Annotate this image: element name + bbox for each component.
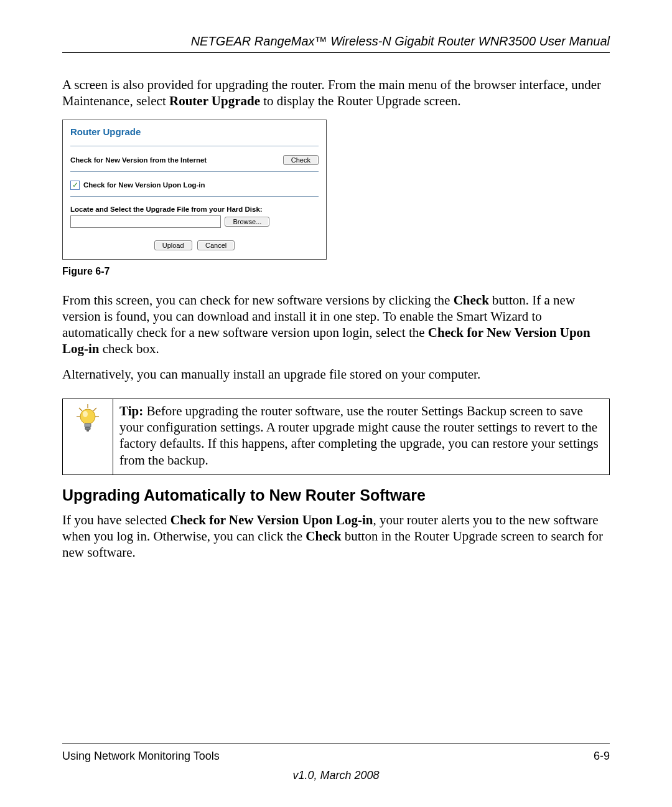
upload-button[interactable]: Upload — [154, 240, 192, 250]
bold-router-upgrade: Router Upgrade — [169, 93, 260, 108]
bold-check: Check — [454, 293, 489, 308]
text: to display the Router Upgrade screen. — [260, 93, 461, 108]
footer-page-number: 6-9 — [594, 750, 610, 763]
svg-rect-8 — [85, 427, 90, 430]
footer-section-name: Using Network Monitoring Tools — [62, 750, 220, 763]
svg-line-1 — [79, 408, 82, 411]
svg-line-2 — [93, 408, 96, 411]
panel-separator — [70, 171, 319, 172]
text: If you have selected — [62, 512, 170, 527]
alt-paragraph: Alternatively, you can manually install … — [62, 366, 610, 382]
footer-version: v1.0, March 2008 — [62, 769, 610, 782]
page-header-title: NETGEAR RangeMax™ Wireless-N Gigabit Rou… — [62, 34, 610, 49]
footer-rule — [62, 743, 610, 743]
check-version-label: Check for New Version from the Internet — [70, 156, 207, 164]
text: From this screen, you can check for new … — [62, 293, 454, 308]
svg-point-5 — [80, 409, 95, 424]
svg-rect-7 — [85, 423, 91, 427]
description-paragraph: From this screen, you can check for new … — [62, 292, 610, 357]
panel-separator — [70, 196, 319, 197]
tip-icon-cell — [63, 399, 113, 474]
tip-text-cell: Tip: Before upgrading the router softwar… — [113, 399, 610, 474]
tip-text: Before upgrading the router software, us… — [119, 404, 599, 468]
panel-title: Router Upgrade — [70, 126, 319, 139]
browse-button[interactable]: Browse... — [225, 217, 269, 227]
svg-point-6 — [83, 411, 88, 417]
panel-separator — [70, 146, 319, 146]
section-heading: Upgrading Automatically to New Router So… — [62, 486, 610, 504]
upgrade-file-input[interactable] — [70, 215, 221, 228]
auto-upgrade-paragraph: If you have selected Check for New Versi… — [62, 512, 610, 561]
router-upgrade-panel: Router Upgrade Check for New Version fro… — [62, 120, 327, 260]
bold-check-2: Check — [306, 529, 341, 544]
text: check box. — [100, 341, 159, 356]
bold-check-login-2: Check for New Version Upon Log-in — [170, 512, 373, 527]
page-footer: Using Network Monitoring Tools 6-9 v1.0,… — [62, 743, 610, 782]
check-version-login-checkbox[interactable]: ✓ — [70, 181, 80, 190]
svg-rect-9 — [86, 430, 89, 432]
lightbulb-icon — [74, 403, 101, 435]
cancel-button[interactable]: Cancel — [197, 240, 235, 250]
figure-caption: Figure 6-7 — [62, 266, 610, 277]
tip-label: Tip: — [119, 404, 143, 418]
tip-box: Tip: Before upgrading the router softwar… — [62, 399, 610, 475]
intro-paragraph: A screen is also provided for upgrading … — [62, 77, 610, 110]
header-rule — [62, 52, 610, 53]
check-button[interactable]: Check — [283, 155, 319, 165]
locate-file-label: Locate and Select the Upgrade File from … — [70, 205, 319, 213]
check-version-login-label: Check for New Version Upon Log-in — [83, 181, 205, 189]
